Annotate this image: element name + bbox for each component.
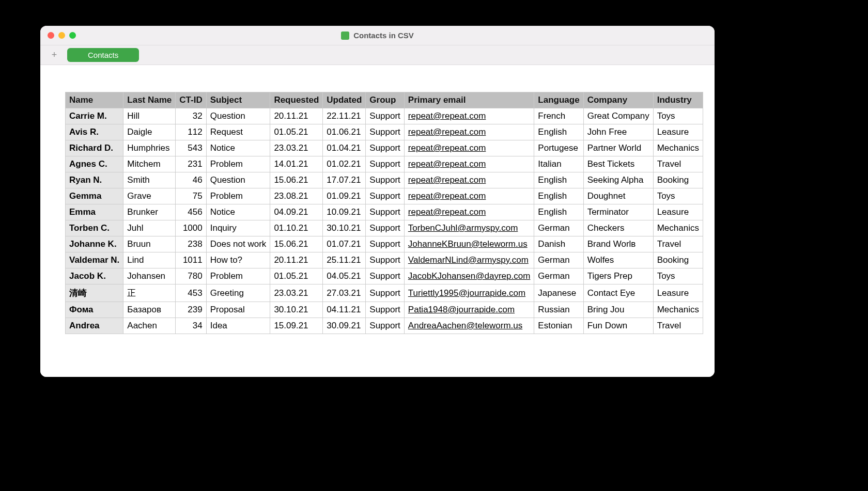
table-row[interactable]: Johanne K.Bruun238Does not work15.06.210… xyxy=(66,236,703,252)
email-link[interactable]: JohanneKBruun@teleworm.us xyxy=(408,239,528,249)
cell-subject[interactable]: Idea xyxy=(206,318,270,334)
cell-ct-id[interactable]: 32 xyxy=(176,108,206,124)
table-row[interactable]: ФомаБазаров239Proposal30.10.2104.11.21Su… xyxy=(66,302,703,318)
cell-industry[interactable]: Booking xyxy=(653,172,703,188)
email-link[interactable]: TorbenCJuhl@armyspy.com xyxy=(408,223,518,233)
cell-requested[interactable]: 04.09.21 xyxy=(270,204,323,220)
cell-industry[interactable]: Leasure xyxy=(653,124,703,140)
cell-language[interactable]: Portugese xyxy=(534,140,583,156)
cell-language[interactable]: Italian xyxy=(534,156,583,172)
cell-group[interactable]: Support xyxy=(366,124,405,140)
cell-subject[interactable]: Notice xyxy=(206,204,270,220)
cell-last-name[interactable]: Grave xyxy=(123,188,176,204)
cell-language[interactable]: Russian xyxy=(534,302,583,318)
header-requested[interactable]: Requested xyxy=(270,92,323,108)
cell-primary-email[interactable]: repeat@repeat.com xyxy=(404,140,534,156)
cell-primary-email[interactable]: Patia1948@jourrapide.com xyxy=(404,302,534,318)
close-window-button[interactable] xyxy=(48,32,54,39)
cell-language[interactable]: English xyxy=(534,188,583,204)
cell-subject[interactable]: Question xyxy=(206,108,270,124)
cell-primary-email[interactable]: AndreaAachen@teleworm.us xyxy=(404,318,534,334)
cell-primary-email[interactable]: JacobKJohansen@dayrep.com xyxy=(404,268,534,284)
cell-group[interactable]: Support xyxy=(366,302,405,318)
cell-updated[interactable]: 30.09.21 xyxy=(323,318,366,334)
cell-subject[interactable]: Greeting xyxy=(206,284,270,302)
cell-last-name[interactable]: Daigle xyxy=(123,124,176,140)
email-link[interactable]: AndreaAachen@teleworm.us xyxy=(408,321,522,330)
cell-industry[interactable]: Travel xyxy=(653,318,703,334)
cell-last-name[interactable]: Базаров xyxy=(123,302,176,318)
cell-language[interactable]: English xyxy=(534,124,583,140)
cell-company[interactable]: John Free xyxy=(583,124,653,140)
cell-company[interactable]: Brand Worlв xyxy=(583,236,653,252)
cell-group[interactable]: Support xyxy=(366,268,405,284)
cell-ct-id[interactable]: 75 xyxy=(176,188,206,204)
cell-industry[interactable]: Mechanics xyxy=(653,140,703,156)
cell-ct-id[interactable]: 238 xyxy=(176,236,206,252)
cell-updated[interactable]: 10.09.21 xyxy=(323,204,366,220)
cell-subject[interactable]: Inquiry xyxy=(206,220,270,236)
table-row[interactable]: Ryan N.Smith46Question15.06.2117.07.21Su… xyxy=(66,172,703,188)
cell-name[interactable]: Emma xyxy=(66,204,123,220)
cell-language[interactable]: Japanese xyxy=(534,284,583,302)
header-last-name[interactable]: Last Name xyxy=(123,92,176,108)
cell-last-name[interactable]: Mitchem xyxy=(123,156,176,172)
cell-subject[interactable]: How to? xyxy=(206,252,270,268)
cell-group[interactable]: Support xyxy=(366,156,405,172)
table-row[interactable]: GemmaGrave75Problem23.08.2101.09.21Suppo… xyxy=(66,188,703,204)
minimize-window-button[interactable] xyxy=(58,32,65,39)
cell-requested[interactable]: 15.06.21 xyxy=(270,236,323,252)
cell-ct-id[interactable]: 34 xyxy=(176,318,206,334)
cell-primary-email[interactable]: Turiettly1995@jourrapide.com xyxy=(404,284,534,302)
cell-language[interactable]: Estonian xyxy=(534,318,583,334)
cell-language[interactable]: German xyxy=(534,252,583,268)
cell-primary-email[interactable]: repeat@repeat.com xyxy=(404,156,534,172)
cell-company[interactable]: Tigers Prep xyxy=(583,268,653,284)
cell-language[interactable]: French xyxy=(534,108,583,124)
cell-industry[interactable]: Toys xyxy=(653,268,703,284)
table-row[interactable]: EmmaBrunker456Notice04.09.2110.09.21Supp… xyxy=(66,204,703,220)
cell-language[interactable]: English xyxy=(534,204,583,220)
cell-updated[interactable]: 01.07.21 xyxy=(323,236,366,252)
cell-company[interactable]: Bring Jou xyxy=(583,302,653,318)
table-row[interactable]: Avis R.Daigle112Request01.05.2101.06.21S… xyxy=(66,124,703,140)
email-link[interactable]: repeat@repeat.com xyxy=(408,159,486,169)
table-row[interactable]: Jacob K.Johansen780Problem01.05.2104.05.… xyxy=(66,268,703,284)
cell-last-name[interactable]: Juhl xyxy=(123,220,176,236)
cell-group[interactable]: Support xyxy=(366,318,405,334)
cell-last-name[interactable]: Bruun xyxy=(123,236,176,252)
cell-primary-email[interactable]: JohanneKBruun@teleworm.us xyxy=(404,236,534,252)
header-company[interactable]: Company xyxy=(583,92,653,108)
cell-last-name[interactable]: Johansen xyxy=(123,268,176,284)
cell-last-name[interactable]: Smith xyxy=(123,172,176,188)
cell-requested[interactable]: 30.10.21 xyxy=(270,302,323,318)
cell-updated[interactable]: 17.07.21 xyxy=(323,172,366,188)
cell-industry[interactable]: Mechanics xyxy=(653,220,703,236)
header-ct-id[interactable]: CT-ID xyxy=(176,92,206,108)
header-updated[interactable]: Updated xyxy=(323,92,366,108)
sheet-tab-contacts[interactable]: Contacts xyxy=(67,48,139,62)
cell-requested[interactable]: 15.09.21 xyxy=(270,318,323,334)
fullscreen-window-button[interactable] xyxy=(69,32,76,39)
cell-industry[interactable]: Toys xyxy=(653,108,703,124)
cell-name[interactable]: Ryan N. xyxy=(66,172,123,188)
cell-company[interactable]: Checkers xyxy=(583,220,653,236)
table-row[interactable]: AndreaAachen34Idea15.09.2130.09.21Suppor… xyxy=(66,318,703,334)
cell-requested[interactable]: 14.01.21 xyxy=(270,156,323,172)
cell-group[interactable]: Support xyxy=(366,172,405,188)
cell-updated[interactable]: 01.02.21 xyxy=(323,156,366,172)
cell-name[interactable]: Richard D. xyxy=(66,140,123,156)
cell-requested[interactable]: 20.11.21 xyxy=(270,252,323,268)
cell-group[interactable]: Support xyxy=(366,140,405,156)
cell-subject[interactable]: Request xyxy=(206,124,270,140)
cell-ct-id[interactable]: 239 xyxy=(176,302,206,318)
email-link[interactable]: repeat@repeat.com xyxy=(408,127,486,137)
cell-updated[interactable]: 27.03.21 xyxy=(323,284,366,302)
cell-updated[interactable]: 25.11.21 xyxy=(323,252,366,268)
cell-subject[interactable]: Notice xyxy=(206,140,270,156)
cell-industry[interactable]: Travel xyxy=(653,236,703,252)
cell-primary-email[interactable]: repeat@repeat.com xyxy=(404,108,534,124)
cell-ct-id[interactable]: 1011 xyxy=(176,252,206,268)
email-link[interactable]: repeat@repeat.com xyxy=(408,191,486,201)
cell-requested[interactable]: 01.05.21 xyxy=(270,268,323,284)
